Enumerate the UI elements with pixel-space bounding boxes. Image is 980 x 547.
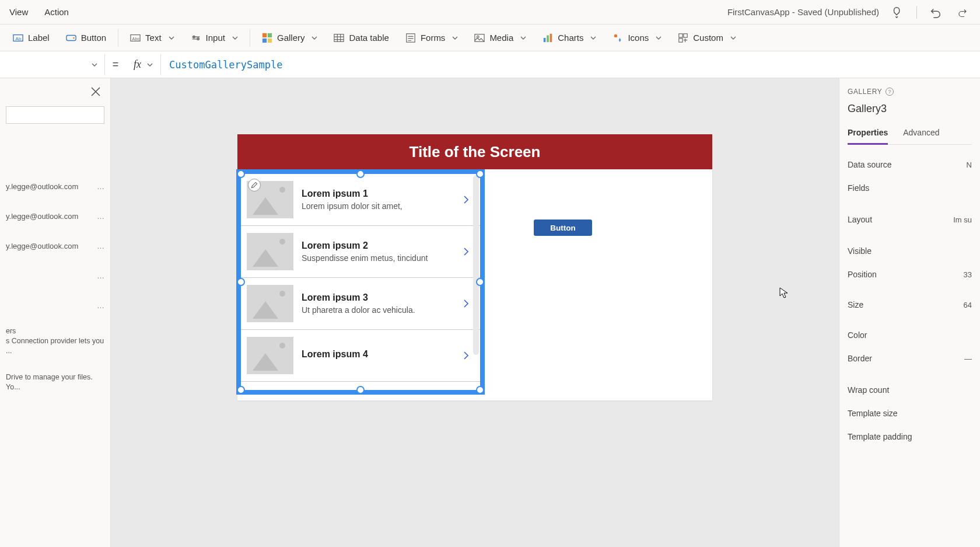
data-source-row[interactable]: … [4, 266, 107, 295]
fx-label[interactable]: fx [126, 54, 161, 75]
media-icon [474, 33, 485, 43]
connector-description: Drive to manage your files. Yo... [4, 371, 107, 407]
tab-properties[interactable]: Properties [848, 124, 888, 145]
ribbon-toolbar: Ab Label Button Abc Text Input Gallery D… [0, 25, 980, 51]
prop-color[interactable]: Color [848, 323, 972, 347]
edit-gallery-icon[interactable] [248, 179, 261, 191]
prop-wrap-count[interactable]: Wrap count [848, 370, 972, 402]
charts-icon [542, 33, 553, 43]
ribbon-custom[interactable]: Custom [670, 29, 744, 47]
prop-size[interactable]: Size64 [848, 286, 972, 323]
chevron-down-icon [520, 35, 526, 41]
prop-data-source[interactable]: Data sourceN [848, 153, 972, 176]
more-icon[interactable]: … [97, 301, 104, 310]
chevron-down-icon [452, 35, 458, 41]
svg-rect-22 [679, 38, 682, 41]
menu-view[interactable]: View [9, 7, 28, 17]
chevron-right-icon[interactable] [461, 247, 471, 256]
gallery-scrollbar[interactable] [473, 175, 479, 355]
tab-advanced[interactable]: Advanced [903, 124, 939, 144]
svg-rect-11 [268, 38, 272, 42]
ribbon-media[interactable]: Media [466, 29, 534, 47]
app-screen[interactable]: Title of the Screen Lorem ipsum 1 Lorem … [237, 134, 712, 400]
gallery-control-selected[interactable]: Lorem ipsum 1 Lorem ipsum dolor sit amet… [236, 169, 485, 395]
data-table-icon [334, 33, 344, 43]
svg-text:Ab: Ab [16, 36, 22, 41]
chevron-right-icon[interactable] [461, 195, 471, 204]
svg-rect-20 [679, 33, 682, 37]
screen-title-bar[interactable]: Title of the Screen [237, 134, 712, 169]
formula-bar: = fx [0, 51, 980, 78]
ribbon-label[interactable]: Ab Label [5, 29, 58, 47]
text-icon: Abc [130, 33, 141, 43]
prop-layout[interactable]: LayoutIm su [848, 200, 972, 239]
mouse-cursor-icon [779, 287, 789, 299]
gallery-item[interactable]: Lorem ipsum 1 Lorem ipsum dolor sit amet… [241, 174, 480, 226]
prop-position[interactable]: Position33 [848, 263, 972, 286]
more-icon[interactable]: … [97, 271, 104, 280]
svg-rect-18 [550, 33, 552, 41]
more-icon[interactable]: … [97, 242, 104, 250]
property-dropdown[interactable] [0, 54, 105, 75]
gallery-item-subtitle: Suspendisse enim metus, tincidunt [302, 253, 453, 263]
control-name[interactable]: Gallery3 [848, 103, 972, 115]
more-icon[interactable]: … [97, 182, 104, 191]
undo-icon[interactable] [928, 4, 944, 20]
chevron-down-icon [147, 62, 153, 68]
canvas-area[interactable]: Title of the Screen Lorem ipsum 1 Lorem … [111, 78, 839, 547]
data-source-row[interactable]: … [4, 295, 107, 325]
svg-point-15 [477, 36, 480, 38]
ribbon-text[interactable]: Abc Text [122, 29, 183, 47]
canvas-button-control[interactable]: Button [534, 220, 592, 236]
gallery-item-title: Lorem ipsum 4 [302, 349, 453, 360]
app-checker-icon[interactable] [890, 4, 906, 20]
data-source-row[interactable]: y.legge@outlook.com… [4, 206, 107, 236]
ribbon-icons[interactable]: Icons [604, 29, 670, 47]
ribbon-button[interactable]: Button [58, 29, 114, 47]
data-source-row[interactable]: y.legge@outlook.com… [4, 176, 107, 206]
gallery-item[interactable]: Lorem ipsum 2 Suspendisse enim metus, ti… [241, 226, 480, 278]
gallery-item-subtitle: Lorem ipsum dolor sit amet, [302, 201, 453, 211]
ribbon-charts[interactable]: Charts [534, 29, 604, 47]
gallery-item[interactable]: Lorem ipsum 4 [241, 330, 480, 382]
ribbon-forms-text: Forms [421, 33, 446, 43]
svg-rect-9 [268, 33, 272, 37]
ribbon-text-text: Text [145, 33, 162, 43]
svg-rect-21 [684, 33, 687, 37]
properties-panel: GALLERY ? Gallery3 Properties Advanced D… [839, 78, 980, 547]
formula-input[interactable] [161, 51, 980, 78]
ribbon-gallery[interactable]: Gallery [254, 29, 326, 47]
chevron-right-icon[interactable] [461, 351, 471, 360]
chevron-right-icon[interactable] [461, 299, 471, 308]
info-icon[interactable]: ? [886, 88, 894, 96]
prop-template-padding[interactable]: Template padding [848, 425, 972, 448]
prop-visible[interactable]: Visible [848, 239, 972, 263]
chevron-down-icon [92, 62, 97, 68]
ribbon-forms[interactable]: Forms [397, 29, 467, 47]
more-icon[interactable]: … [97, 212, 104, 221]
menu-action[interactable]: Action [44, 7, 69, 17]
redo-icon[interactable] [954, 4, 971, 20]
prop-border[interactable]: Border— [848, 347, 972, 370]
prop-fields[interactable]: Fields [848, 176, 972, 200]
gallery-item-subtitle: Ut pharetra a dolor ac vehicula. [302, 305, 453, 315]
ribbon-button-text: Button [81, 33, 106, 43]
gallery-item[interactable]: Lorem ipsum 3 Ut pharetra a dolor ac veh… [241, 278, 480, 330]
close-icon[interactable] [90, 86, 101, 97]
gallery-item-title: Lorem ipsum 1 [302, 189, 453, 199]
input-icon [191, 33, 201, 43]
fx-text: fx [134, 58, 141, 71]
svg-point-3 [73, 37, 75, 39]
left-search-input[interactable] [6, 106, 104, 124]
forms-icon [405, 33, 416, 43]
ribbon-media-text: Media [489, 33, 513, 43]
ribbon-data-table-text: Data table [349, 33, 388, 43]
equals-sign: = [105, 58, 126, 71]
gallery-item-title: Lorem ipsum 2 [302, 241, 453, 251]
svg-text:Abc: Abc [132, 36, 140, 41]
data-source-row[interactable]: y.legge@outlook.com… [4, 236, 107, 266]
svg-rect-8 [262, 33, 267, 37]
ribbon-input[interactable]: Input [183, 29, 246, 47]
ribbon-data-table[interactable]: Data table [326, 29, 397, 47]
prop-template-size[interactable]: Template size [848, 402, 972, 425]
